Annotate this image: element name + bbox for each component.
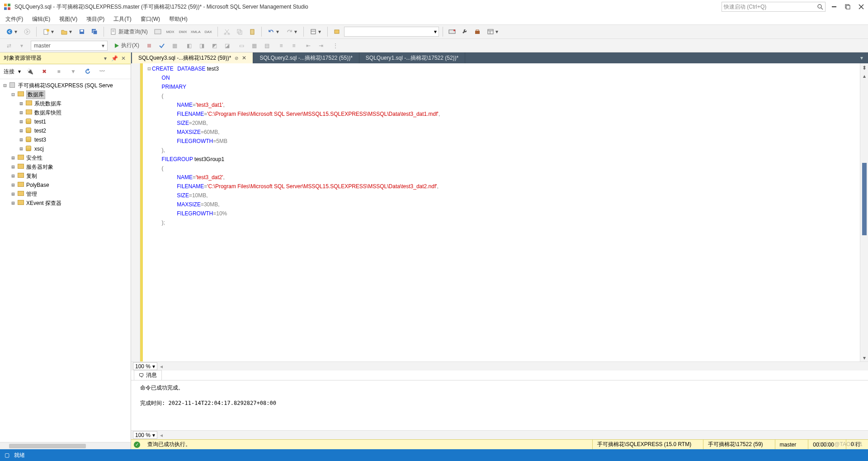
maximize-button[interactable] xyxy=(844,4,851,10)
menu-edit[interactable]: 编辑(E) xyxy=(32,15,50,23)
copy-button[interactable] xyxy=(234,26,245,37)
toolbox-icon[interactable] xyxy=(472,26,483,37)
tree-node[interactable]: ⊞xscj xyxy=(1,144,130,153)
tree-node[interactable]: ⊞XEvent 探查器 xyxy=(1,199,130,208)
menu-file[interactable]: 文件(F) xyxy=(5,15,23,23)
close-icon[interactable]: ✕ xyxy=(242,55,246,61)
de-query-icon[interactable] xyxy=(152,26,163,37)
results-text-icon[interactable]: ▭ xyxy=(236,40,247,51)
disconnect-icon[interactable]: ✖ xyxy=(39,66,50,77)
tree-node[interactable]: ⊞test3 xyxy=(1,135,130,144)
tree-node[interactable]: ⊞服务器对象 xyxy=(1,162,130,171)
comment-icon[interactable]: ≡ xyxy=(276,40,287,51)
tree-node[interactable]: ⊞test2 xyxy=(1,126,130,135)
window-layout-button[interactable]: ▾ xyxy=(485,26,501,37)
results-grid-icon[interactable]: ▦ xyxy=(249,40,259,51)
close-icon[interactable]: ✕ xyxy=(120,55,127,62)
minimize-button[interactable] xyxy=(831,4,837,10)
redo-button[interactable]: ▾ xyxy=(283,26,300,37)
open-button[interactable]: ▾ xyxy=(58,26,75,37)
activity-icon[interactable] xyxy=(447,26,458,37)
wrench-icon[interactable] xyxy=(459,26,470,37)
estimated-plan-icon[interactable]: ▦ xyxy=(169,40,180,51)
tree-node[interactable]: ⊞test1 xyxy=(1,117,130,126)
tree-node[interactable]: ⊞数据库快照 xyxy=(1,108,130,117)
zoom-combo[interactable]: 100 %▾ xyxy=(133,362,157,370)
include-plan-icon[interactable]: ◧ xyxy=(184,40,194,51)
mdx-icon[interactable]: MDX xyxy=(165,26,176,37)
stop-icon[interactable]: ■ xyxy=(53,66,64,77)
activity-monitor-icon[interactable]: 〰 xyxy=(97,66,108,77)
indent-less-icon[interactable]: ⇤ xyxy=(303,40,314,51)
tree-node[interactable]: ⊞PolyBase xyxy=(1,181,130,190)
include-stats-icon[interactable]: ◨ xyxy=(196,40,207,51)
find-button[interactable] xyxy=(331,26,342,37)
tree-node[interactable]: ⊟数据库 xyxy=(1,90,130,99)
connect-icon[interactable]: 🔌 xyxy=(24,66,35,77)
zoom-combo[interactable]: 100 %▾ xyxy=(133,431,157,439)
tree-node[interactable]: ⊞管理 xyxy=(1,190,130,199)
standard-toolbar: ▾ ▾ ▾ 新建查询(N) MDX DMX XMLA DAX ▾ ▾ ▾ ▾ ▾ xyxy=(0,24,868,39)
parse-button[interactable] xyxy=(156,40,167,51)
svg-rect-38 xyxy=(147,44,151,48)
sidebar-hscrollbar[interactable] xyxy=(0,442,131,449)
database-combo[interactable]: master▾ xyxy=(31,41,108,51)
pin-icon[interactable]: ⊘ xyxy=(235,56,238,61)
messages-tab[interactable]: 🗨 消息 xyxy=(134,370,162,380)
code-editor[interactable]: ⊟CREATE DATABASE test3 ON PRIMARY ( NAME… xyxy=(131,63,868,361)
messages-body[interactable]: 命令已成功完成。 完成时间: 2022-11-14T22:04:17.82928… xyxy=(131,380,868,430)
hscroll-left-icon[interactable]: ◂ xyxy=(160,432,163,438)
nav-forward-button[interactable] xyxy=(22,26,33,37)
nav-back-button[interactable]: ▾ xyxy=(4,26,20,37)
scroll-down-icon[interactable]: ▾ xyxy=(861,354,868,361)
tree-node[interactable]: ⊞安全性 xyxy=(1,153,130,162)
tab-overflow-icon[interactable]: ▾ xyxy=(857,52,866,63)
specify-values-icon[interactable]: ⋮ xyxy=(330,40,341,51)
hscroll-left-icon[interactable]: ◂ xyxy=(160,363,163,370)
stop-button[interactable] xyxy=(144,40,155,51)
pin-icon[interactable]: 📌 xyxy=(111,55,118,62)
menu-tools[interactable]: 工具(T) xyxy=(113,15,131,23)
split-icon[interactable]: ⬍ xyxy=(861,64,868,71)
menu-help[interactable]: 帮助(H) xyxy=(169,15,188,23)
quick-launch-input[interactable]: 快速启动 (Ctrl+Q) xyxy=(722,2,826,12)
save-button[interactable] xyxy=(76,26,87,37)
indent-icon[interactable]: ⇄ xyxy=(4,40,14,51)
menu-project[interactable]: 项目(P) xyxy=(86,15,104,23)
search-combo[interactable]: ▾ xyxy=(344,27,439,37)
filter-icon[interactable]: ▼ xyxy=(68,66,79,77)
dmx-icon[interactable]: DMX xyxy=(178,26,189,37)
indent-more-icon[interactable]: ⇥ xyxy=(316,40,326,51)
scroll-up-icon[interactable]: ▴ xyxy=(861,72,868,80)
live-stats-icon[interactable]: ◩ xyxy=(209,40,220,51)
undo-button[interactable]: ▾ xyxy=(265,26,282,37)
connect-label[interactable]: 连接 xyxy=(4,68,14,76)
tab-sqlquery2[interactable]: SQLQuery2.sql -...摘棉花\17522 (55))* xyxy=(253,52,359,63)
tab-sqlquery3[interactable]: SQLQuery3.sql -...摘棉花\17522 (59))* ⊘ ✕ xyxy=(132,52,253,63)
chevron-down-icon[interactable]: ▾ xyxy=(16,40,27,51)
refresh-icon[interactable] xyxy=(82,66,93,77)
cut-button[interactable] xyxy=(222,26,232,37)
execute-button[interactable]: 执行(X) xyxy=(111,40,142,51)
dax-icon[interactable]: DAX xyxy=(203,26,214,37)
tab-sqlquery1[interactable]: SQLQuery1.sql -...摘棉花\17522 (52))* xyxy=(359,52,465,63)
xmla-icon[interactable]: XMLA xyxy=(190,26,201,37)
dropdown-icon[interactable]: ▾ xyxy=(102,55,109,62)
menu-window[interactable]: 窗口(W) xyxy=(141,15,160,23)
tree-node[interactable]: ⊞复制 xyxy=(1,171,130,181)
new-query-button[interactable]: 新建查询(N) xyxy=(108,26,151,37)
paste-button[interactable] xyxy=(247,26,258,37)
tree-server-node[interactable]: ⊟ 手可摘棉花\SQLEXPRESS (SQL Serve xyxy=(1,81,130,90)
object-tree[interactable]: ⊟ 手可摘棉花\SQLEXPRESS (SQL Serve ⊟数据库⊞系统数据库… xyxy=(0,79,131,442)
tree-node[interactable]: ⊞系统数据库 xyxy=(1,99,130,108)
new-item-button[interactable]: ▾ xyxy=(40,26,57,37)
save-all-button[interactable] xyxy=(89,26,100,37)
vscrollbar[interactable] xyxy=(861,81,868,353)
menu-view[interactable]: 视图(V) xyxy=(59,15,77,23)
client-stats-icon[interactable]: ◪ xyxy=(222,40,232,51)
results-file-icon[interactable]: ▤ xyxy=(261,40,272,51)
properties-button[interactable]: ▾ xyxy=(307,26,324,37)
close-button[interactable] xyxy=(858,4,864,10)
svg-rect-28 xyxy=(311,29,316,34)
uncomment-icon[interactable]: ≡ xyxy=(288,40,299,51)
